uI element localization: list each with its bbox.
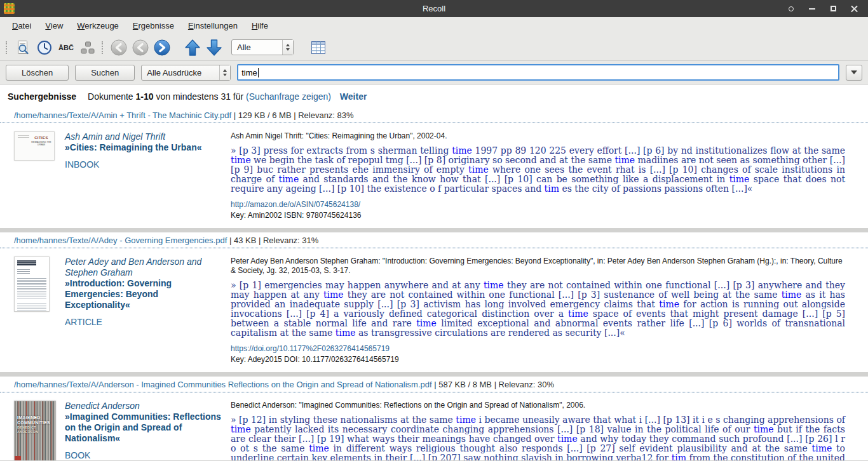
search-query-text: time [241,68,257,77]
document-thumbnail[interactable] [14,257,50,312]
result-author: Ash Amin and Nigel Thrift [65,131,223,142]
nav-back-icon [132,39,149,57]
menu-einstellungen[interactable]: Einstellungen [181,18,245,34]
result-path-row: /home/hannes/Texte/A/Anderson - Imagined… [0,377,868,392]
result-snippet: » [p 1] emergencies may happen anywhere … [231,281,845,338]
result-path-link[interactable]: /home/hannes/Texte/A/Adey - Governing Em… [14,236,227,245]
arrow-up-button[interactable] [182,37,203,58]
menu-ergebnisse[interactable]: Ergebnisse [126,18,181,34]
result-citation: Ash Amin Nigel Thrift: "Cities: Reimagin… [231,131,845,141]
result-url-link[interactable]: http://amazon.de/o/ASIN/0745624138/ [231,200,845,209]
titlebar: Recoll [0,0,868,17]
arrow-down-icon [206,39,222,57]
result-key: Key: Adey2015 DOI: 10.1177/0263276414565… [231,355,845,364]
result-meta: | 43 KB | Relevanz: 31% [227,236,318,245]
document-thumbnail[interactable]: IMAGINED COMMUNITIES BENEDICT ANDERSON [14,401,56,460]
result-key: Key: Amin2002 ISBN: 9780745624136 [231,211,845,220]
document-search-icon [15,39,31,56]
nav-back-icon [110,39,128,57]
search-input[interactable]: time [237,64,839,81]
minimize-button[interactable] [808,5,816,13]
results-table-button[interactable] [308,37,329,58]
arrow-down-button[interactable] [203,37,225,58]
menubar: Datei View Werkzeuge Ergebnisse Einstell… [0,17,868,34]
result-item: IMAGINED COMMUNITIES BENEDICT ANDERSON B… [0,392,868,460]
menu-werkzeuge[interactable]: Werkzeuge [70,18,126,34]
search-button[interactable]: Suchen [75,65,135,81]
result-doctype: ARTICLE [65,317,223,327]
text-caret [258,68,259,77]
nav-forward-icon [153,39,171,57]
result-snippet: » [p 3] press for extracts from s sherma… [231,146,845,194]
result-path-link[interactable]: /home/hannes/Texte/A/Anderson - Imagined… [14,380,432,389]
show-query-link[interactable]: (Suchanfrage zeigen) [246,91,331,102]
window-title: Recoll [0,4,868,13]
sort-parameters-button[interactable] [77,37,98,58]
result-citation: Benedict Anderson: "Imagined Communities… [231,401,845,410]
results-table-icon [311,41,326,55]
result-path-row: /home/hannes/Texte/A/Amin + Thrift - The… [0,107,868,123]
shade-button[interactable] [787,5,795,13]
result-meta: | 129 KB / 6 MB | Relevanz: 83% [231,110,353,120]
result-author: Benedict Anderson [65,401,223,411]
result-doctype: BOOK [65,450,223,460]
chevron-down-icon [851,70,857,74]
search-mode-select[interactable]: Alle Ausdrücke [141,65,231,81]
menu-datei[interactable]: Datei [5,18,38,34]
sort-by-dates-button[interactable] [34,37,55,58]
result-path-link[interactable]: /home/hannes/Texte/A/Amin + Thrift - The… [14,110,231,120]
next-page-link[interactable]: Weiter [340,91,367,102]
toolbar-drag-handle[interactable] [102,41,105,54]
nav-back-button[interactable] [108,37,130,58]
result-item: CITIES REIMAGINING THE URBAN Ash Amin an… [0,123,868,228]
result-snippet: » [p 12] in styling these nationalisms a… [231,415,845,460]
clock-icon [37,40,52,55]
result-author: Peter Adey and Ben Anderson and Stephen … [65,257,223,278]
search-mode-value: Alle Ausdrücke [142,65,219,80]
result-citation: Peter Adey Ben Anderson Stephen Graham: … [231,257,845,276]
results-range: 1-10 [136,91,154,102]
result-doctype: INBOOK [65,159,223,170]
close-button[interactable] [850,5,858,13]
document-search-button[interactable] [12,37,34,58]
maximize-button[interactable] [829,5,837,13]
result-title[interactable]: »Cities: Reimagining the Urban« [65,142,223,153]
clear-button[interactable]: Löschen [6,65,69,81]
search-bar: Löschen Suchen Alle Ausdrücke time [0,61,868,84]
nav-back-2-button[interactable] [130,37,151,58]
result-title[interactable]: »Imagined Communities: Reflections on th… [65,411,223,444]
results-summary: Suchergebnisse Dokumente 1-10 von mindes… [0,84,868,107]
menu-view[interactable]: View [38,18,70,34]
category-filter-select[interactable]: Alle [231,39,294,55]
result-path-row: /home/hannes/Texte/A/Adey - Governing Em… [0,232,868,248]
combo-spinner[interactable] [219,65,230,80]
arrow-up-icon [184,39,201,57]
toolbar: ÅBĈ [0,34,868,61]
result-meta: | 587 KB / 8 MB | Relevanz: 30% [432,380,554,389]
term-explorer-button[interactable]: ÅBĈ [55,37,77,58]
document-thumbnail[interactable]: CITIES REIMAGINING THE URBAN [14,131,55,161]
result-url-link[interactable]: https://doi.org/10.1177%2F02632764145657… [231,344,845,353]
search-history-button[interactable] [846,65,862,81]
results-title: Suchergebnisse [8,91,76,102]
category-filter-value: Alle [232,40,282,55]
result-title[interactable]: »Introduction: Governing Emergencies: Be… [65,278,223,311]
term-explorer-icon: ÅBĈ [58,44,74,51]
nav-forward-button[interactable] [151,37,173,58]
combo-spinner[interactable] [282,40,293,55]
menu-hilfe[interactable]: Hilfe [245,18,275,34]
result-item: Peter Adey and Ben Anderson and Stephen … [0,248,868,372]
toolbar-drag-handle[interactable] [6,41,9,54]
results-area[interactable]: Suchergebnisse Dokumente 1-10 von mindes… [0,84,868,460]
sort-parameters-icon [80,40,95,55]
